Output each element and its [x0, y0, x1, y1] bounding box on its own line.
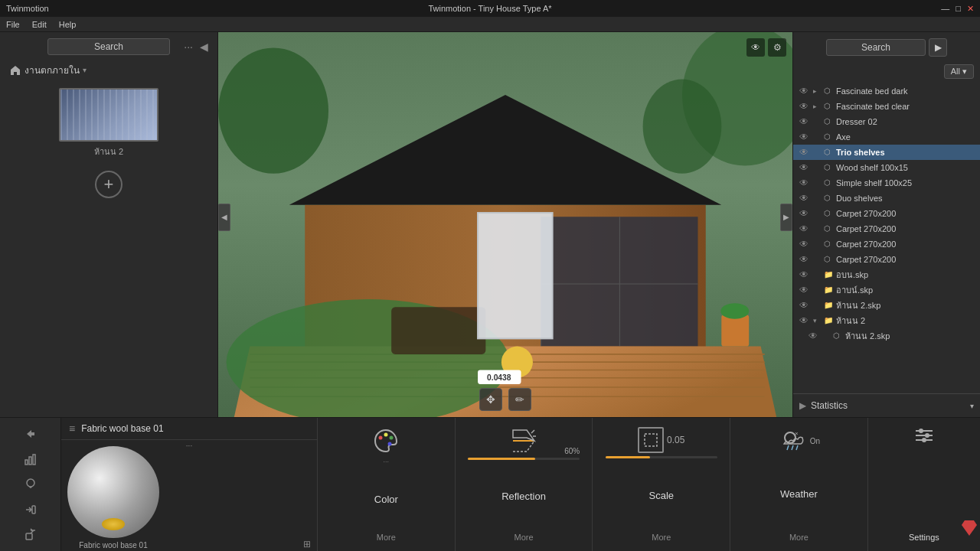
eye-icon-15[interactable]: 👁	[799, 315, 810, 326]
tree-list: 👁 ▸ ⬡ Fascinate bed dark 👁 ▸ ⬡ Fascinate…	[793, 82, 980, 393]
scale-more[interactable]: More	[652, 533, 671, 542]
play-stats-icon[interactable]: ▶	[799, 400, 806, 411]
titlebar-controls: — □ ✕	[941, 4, 974, 14]
settings-icon[interactable]	[913, 427, 936, 444]
weather-icon: ×	[778, 427, 808, 455]
eye-icon-7[interactable]: 👁	[799, 193, 810, 204]
tree-label-5: Wood shelf 100x15	[836, 163, 908, 172]
sidebar-export-icon[interactable]	[20, 524, 41, 545]
tree-label-3: Axe	[836, 132, 851, 142]
tree-item-carpet-3[interactable]: 👁 ▸ ⬡ Carpet 270x200	[793, 236, 980, 252]
folder-icon-2: ⬡	[824, 117, 833, 126]
left-search-input[interactable]: Search	[47, 38, 170, 55]
minimize-button[interactable]: —	[941, 4, 949, 13]
stats-dropdown-icon[interactable]: ▾	[970, 402, 974, 410]
search-collapse-icon[interactable]: ◀	[200, 41, 208, 53]
tree-item-abn2-skp[interactable]: 👁 ▸ 📁 อาบน์.skp	[793, 282, 980, 298]
tree-item-fascinate-bed-dark[interactable]: 👁 ▸ ⬡ Fascinate bed dark	[793, 83, 980, 99]
scene-svg: 0.0438	[218, 32, 792, 417]
scale-icon-area: 0.05	[599, 427, 724, 458]
folder-icon-7: ⬡	[824, 194, 833, 203]
folder-icon-13: 📁	[824, 285, 833, 295]
tree-item-carpet-4[interactable]: 👁 ▸ ⬡ Carpet 270x200	[793, 252, 980, 267]
thumbnail-label: ห้านน 2	[94, 145, 123, 158]
sidebar-brush-icon[interactable]	[20, 474, 41, 495]
tree-item-abn-skp[interactable]: 👁 ▸ 📁 อบน.skp	[793, 267, 980, 282]
tree-item-axe[interactable]: 👁 ▸ ⬡ Axe	[793, 129, 980, 145]
reflection-bar-container[interactable]: 60%	[468, 458, 580, 460]
eye-icon-16[interactable]: 👁	[808, 331, 819, 341]
statistics-bar[interactable]: ▶ Statistics ▾	[793, 393, 980, 417]
eye-icon-8[interactable]: 👁	[799, 208, 810, 219]
eye-icon-5[interactable]: 👁	[799, 162, 810, 173]
bottom-panel: ≡ Fabric wool base 01 ··· Fabric wool ba…	[0, 417, 980, 551]
color-more[interactable]: More	[377, 533, 396, 542]
eye-icon-0[interactable]: 👁	[799, 86, 810, 96]
tree-item-wood-shelf[interactable]: 👁 ▸ ⬡ Wood shelf 100x15	[793, 160, 980, 175]
maximize-button[interactable]: □	[956, 4, 961, 13]
search-more-icon[interactable]: ···	[184, 41, 193, 53]
hamburger-icon[interactable]: ≡	[69, 422, 75, 435]
tree-item-carpet-2[interactable]: 👁 ▸ ⬡ Carpet 270x200	[793, 221, 980, 236]
filter-all-dropdown[interactable]: All ▾	[944, 64, 974, 79]
thumbnail-area: ห้านน 2	[6, 85, 211, 161]
settings-control: Settings	[868, 418, 980, 551]
tree-item-dresser[interactable]: 👁 ▸ ⬡ Dresser 02	[793, 114, 980, 129]
svg-rect-38	[645, 434, 657, 446]
menu-help[interactable]: Help	[59, 20, 77, 29]
settings-line-2	[916, 435, 933, 436]
left-collapse-button[interactable]: ◀	[218, 204, 230, 231]
thumbnail-image[interactable]	[59, 88, 158, 142]
tree-item-duo-shelves[interactable]: 👁 ▸ ⬡ Duo shelves	[793, 191, 980, 206]
material-dots-icon[interactable]: ···	[186, 442, 192, 450]
tree-item-hannn-skp[interactable]: 👁 ▸ 📁 ห้านน 2.skp	[793, 298, 980, 313]
right-collapse-button[interactable]: ▶	[780, 204, 792, 231]
tree-item-fascinate-bed-clear[interactable]: 👁 ▸ ⬡ Fascinate bed clear	[793, 99, 980, 114]
tree-item-hannn2-sub[interactable]: 👁 ▸ ⬡ ห้านน 2.skp	[793, 328, 980, 344]
tree-item-simple-shelf[interactable]: 👁 ▸ ⬡ Simple shelf 100x25	[793, 175, 980, 191]
reflection-more[interactable]: More	[514, 533, 534, 542]
scale-bar[interactable]	[606, 456, 717, 458]
add-btn-container: +	[6, 168, 211, 201]
eye-icon-1[interactable]: 👁	[799, 101, 810, 112]
eye-icon-13[interactable]: 👁	[799, 285, 810, 295]
folder-icon-5: ⬡	[824, 163, 833, 172]
eye-icon-2[interactable]: 👁	[799, 116, 810, 127]
tree-item-hannn2[interactable]: 👁 ▾ 📁 ห้านน 2	[793, 313, 980, 328]
stats-left: ▶ Statistics	[799, 400, 848, 411]
sidebar-graph-icon[interactable]	[20, 449, 41, 470]
tree-item-trio-shelves[interactable]: 👁 ▸ ⬡ Trio shelves	[793, 145, 980, 160]
sidebar-import-icon[interactable]	[20, 499, 41, 520]
right-search-input[interactable]: Search	[826, 39, 926, 56]
bottom-controls: ··· Color More 60%	[318, 418, 980, 551]
eye-icon-9[interactable]: 👁	[799, 223, 810, 234]
eye-icon-4[interactable]: 👁	[799, 147, 810, 158]
material-grid-icon[interactable]: ⊞	[303, 539, 311, 549]
svg-marker-37	[513, 430, 534, 441]
eye-icon-11[interactable]: 👁	[799, 254, 810, 265]
right-play-button[interactable]: ▶	[929, 38, 947, 57]
viewport-toolbar: ✥ ✏	[479, 388, 531, 411]
weather-more[interactable]: More	[789, 533, 808, 542]
folder-row[interactable]: งานตกภายใน ▾	[6, 61, 211, 79]
sidebar-back-icon[interactable]	[20, 424, 41, 445]
eye-icon-10[interactable]: 👁	[799, 239, 810, 249]
eye-icon-3[interactable]: 👁	[799, 132, 810, 142]
add-button[interactable]: +	[95, 171, 122, 198]
move-tool-button[interactable]: ✥	[479, 388, 502, 411]
eye-icon-14[interactable]: 👁	[799, 300, 810, 311]
eye-icon-12[interactable]: 👁	[799, 269, 810, 280]
home-icon	[9, 64, 21, 77]
eye-icon-6[interactable]: 👁	[799, 178, 810, 188]
scale-icon-group: 0.05	[638, 427, 684, 453]
viewport-eye-button[interactable]: 👁	[746, 38, 765, 57]
folder-icon-10: ⬡	[824, 240, 833, 249]
close-button[interactable]: ✕	[967, 4, 974, 14]
arrow-15: ▾	[813, 317, 821, 324]
add-icon: +	[104, 174, 114, 194]
tree-item-carpet-1[interactable]: 👁 ▸ ⬡ Carpet 270x200	[793, 206, 980, 221]
material-sphere[interactable]	[67, 446, 159, 538]
menu-edit[interactable]: Edit	[32, 20, 47, 29]
pen-tool-button[interactable]: ✏	[508, 388, 531, 411]
menu-file[interactable]: File	[6, 20, 20, 29]
